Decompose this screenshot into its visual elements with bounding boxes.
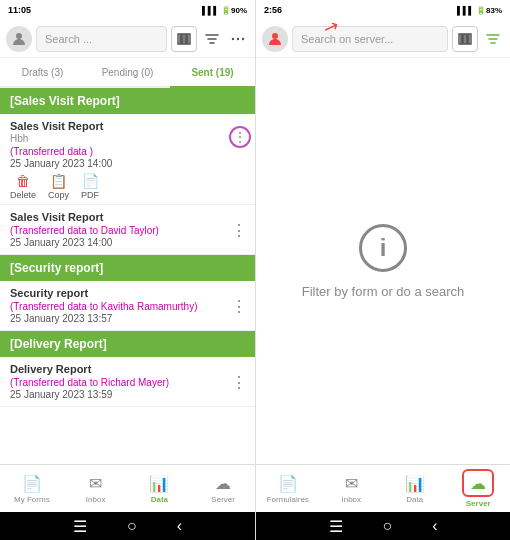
status-bar-left: 11:05 ▌▌▌ 🔋90% xyxy=(0,0,255,20)
tabs-left: Drafts (3) Pending (0) Sent (19) xyxy=(0,58,255,88)
svg-point-8 xyxy=(242,37,244,39)
status-icons-right: ▌▌▌ 🔋83% xyxy=(457,6,502,15)
section-header-security: [Security report] xyxy=(0,255,255,281)
svg-rect-11 xyxy=(462,34,463,44)
menu-button-right[interactable]: ☰ xyxy=(329,517,343,536)
avatar-left[interactable] xyxy=(6,26,32,52)
item-actions: 🗑 Delete 📋 Copy 📄 PDF xyxy=(10,173,245,200)
three-dots-button[interactable]: ⋮ xyxy=(231,296,247,315)
home-button-right[interactable]: ○ xyxy=(383,517,393,535)
avatar-right[interactable] xyxy=(262,26,288,52)
copy-button[interactable]: 📋 Copy xyxy=(48,173,69,200)
svg-rect-4 xyxy=(186,34,187,44)
back-button-right[interactable]: ‹ xyxy=(432,517,437,535)
barcode-button-left[interactable] xyxy=(171,26,197,52)
svg-point-9 xyxy=(272,33,278,39)
pdf-button[interactable]: 📄 PDF xyxy=(81,173,99,200)
item-title: Delivery Report xyxy=(10,363,245,375)
time-left: 11:05 xyxy=(8,5,31,15)
my-forms-icon: 📄 xyxy=(22,474,42,493)
nav-server-right[interactable]: ☁ Server xyxy=(447,469,511,508)
tab-pending[interactable]: Pending (0) xyxy=(85,58,170,88)
copy-icon: 📋 xyxy=(50,173,67,189)
pdf-icon: 📄 xyxy=(82,173,99,189)
nav-formulaires[interactable]: 📄 Formulaires xyxy=(256,474,320,504)
empty-state-text: Filter by form or do a search xyxy=(302,284,465,299)
three-dots-button[interactable]: ⋮ xyxy=(229,126,251,148)
left-panel: 11:05 ▌▌▌ 🔋90% Search ... Drafts (3) xyxy=(0,0,255,540)
server-icon: ☁ xyxy=(215,474,231,493)
delete-button[interactable]: 🗑 Delete xyxy=(10,173,36,200)
battery-icon: 🔋90% xyxy=(221,6,247,15)
item-date: 25 January 2023 13:57 xyxy=(10,313,245,324)
svg-rect-10 xyxy=(459,34,461,44)
status-bar-right: 2:56 ▌▌▌ 🔋83% xyxy=(256,0,510,20)
inbox-icon-right: ✉ xyxy=(345,474,358,493)
content-left: [Sales Visit Report] Sales Visit Report … xyxy=(0,88,255,464)
list-item: Delivery Report ⋮ (Transferred data to R… xyxy=(0,357,255,407)
item-transferred: (Transferred data to Richard Mayer) xyxy=(10,377,245,388)
right-panel: 2:56 ▌▌▌ 🔋83% ↗ Search on server... i Fi… xyxy=(255,0,510,540)
formulaires-icon: 📄 xyxy=(278,474,298,493)
svg-rect-3 xyxy=(183,34,185,44)
barcode-button-right[interactable] xyxy=(452,26,478,52)
server-icon-right: ☁ xyxy=(470,474,486,493)
nav-inbox[interactable]: ✉ Inbox xyxy=(64,474,128,504)
inbox-icon: ✉ xyxy=(89,474,102,493)
search-input-right[interactable]: Search on server... xyxy=(292,26,448,52)
filter-button-left[interactable] xyxy=(201,28,223,50)
bottom-nav-left: 📄 My Forms ✉ Inbox 📊 Data ☁ Server xyxy=(0,464,255,512)
home-button[interactable]: ○ xyxy=(127,517,137,535)
server-icon-box: ☁ xyxy=(462,469,494,497)
svg-rect-13 xyxy=(467,34,468,44)
more-button-left[interactable] xyxy=(227,28,249,50)
tab-drafts[interactable]: Drafts (3) xyxy=(0,58,85,88)
nav-my-forms[interactable]: 📄 My Forms xyxy=(0,474,64,504)
search-input-left[interactable]: Search ... xyxy=(36,26,167,52)
back-button[interactable]: ‹ xyxy=(177,517,182,535)
network-icon: ▌▌▌ xyxy=(202,6,219,15)
svg-point-7 xyxy=(237,37,239,39)
nav-inbox-right[interactable]: ✉ Inbox xyxy=(320,474,384,504)
search-placeholder-right: Search on server... xyxy=(301,33,393,45)
svg-rect-14 xyxy=(469,34,471,44)
item-title: Sales Visit Report xyxy=(10,120,245,132)
item-title: Sales Visit Report xyxy=(10,211,245,223)
menu-button[interactable]: ☰ xyxy=(73,517,87,536)
three-dots-button[interactable]: ⋮ xyxy=(231,372,247,391)
delete-icon: 🗑 xyxy=(16,173,30,189)
empty-state: i Filter by form or do a search xyxy=(256,58,510,464)
svg-point-6 xyxy=(232,37,234,39)
list-item: Sales Visit Report ⋮ (Transferred data t… xyxy=(0,205,255,255)
svg-rect-12 xyxy=(464,34,466,44)
search-bar-left: Search ... xyxy=(0,20,255,58)
list-item: Sales Visit Report Hbh ⋮ (Transferred da… xyxy=(0,114,255,205)
system-nav-left: ☰ ○ ‹ xyxy=(0,512,255,540)
status-icons-left: ▌▌▌ 🔋90% xyxy=(202,6,247,15)
svg-rect-5 xyxy=(188,34,190,44)
network-icon-right: ▌▌▌ xyxy=(457,6,474,15)
nav-data-right[interactable]: 📊 Data xyxy=(383,474,447,504)
time-right: 2:56 xyxy=(264,5,282,15)
nav-data[interactable]: 📊 Data xyxy=(128,474,192,504)
item-title: Security report xyxy=(10,287,245,299)
nav-server[interactable]: ☁ Server xyxy=(191,474,255,504)
item-date: 25 January 2023 14:00 xyxy=(10,237,245,248)
item-transferred: (Transferred data ) xyxy=(10,146,245,157)
list-item: Security report ⋮ (Transferred data to K… xyxy=(0,281,255,331)
section-header-sales: [Sales Visit Report] xyxy=(0,88,255,114)
search-placeholder-left: Search ... xyxy=(45,33,92,45)
item-subtitle: Hbh xyxy=(10,133,245,144)
svg-rect-1 xyxy=(178,34,180,44)
battery-icon-right: 🔋83% xyxy=(476,6,502,15)
svg-point-0 xyxy=(16,33,22,39)
filter-button-right[interactable] xyxy=(482,28,504,50)
data-icon: 📊 xyxy=(149,474,169,493)
item-date: 25 January 2023 14:00 xyxy=(10,158,245,169)
search-bar-right: ↗ Search on server... xyxy=(256,20,510,58)
item-date: 25 January 2023 13:59 xyxy=(10,389,245,400)
three-dots-button[interactable]: ⋮ xyxy=(231,220,247,239)
data-icon-right: 📊 xyxy=(405,474,425,493)
tab-sent[interactable]: Sent (19) xyxy=(170,58,255,88)
info-icon: i xyxy=(359,224,407,272)
